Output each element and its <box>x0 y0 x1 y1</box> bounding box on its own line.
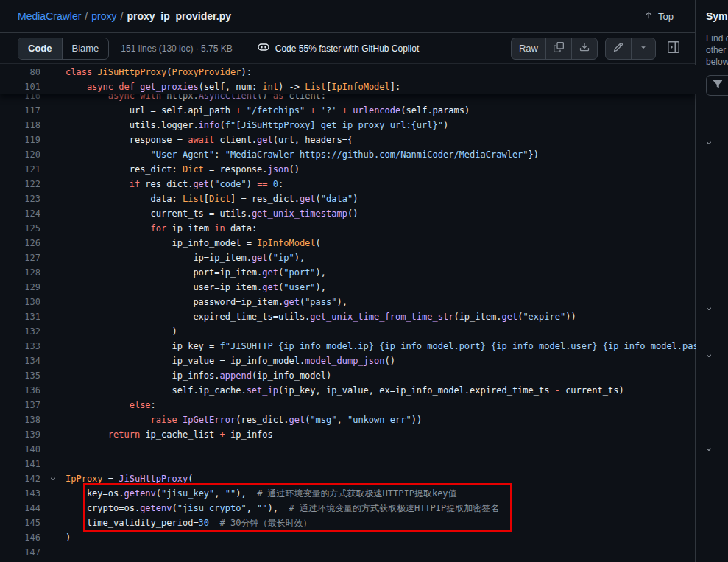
line-number[interactable]: 133 <box>0 339 40 354</box>
tab-code[interactable]: Code <box>18 38 63 59</box>
copy-button[interactable] <box>545 38 571 59</box>
code-line: 142IpProxy = JiSuHttpProxy( <box>0 471 696 486</box>
edit-dropdown-button[interactable] <box>631 38 655 59</box>
line-number[interactable]: 136 <box>0 383 40 398</box>
collapse-spacer <box>40 324 66 339</box>
download-button[interactable] <box>571 38 597 59</box>
collapse-spacer <box>40 516 66 530</box>
collapse-spacer <box>40 80 66 94</box>
symbols-panel-toggle-button[interactable] <box>663 38 684 59</box>
line-number[interactable]: 144 <box>0 501 40 516</box>
collapse-spacer <box>40 486 66 501</box>
code-line: 136self.ip_cache.set_ip(ip_key, ip_value… <box>0 383 696 398</box>
breadcrumb: MediaCrawler/proxy/proxy_ip_provider.py <box>18 10 231 22</box>
collapse-spacer <box>40 65 66 80</box>
line-number[interactable]: 135 <box>0 368 40 383</box>
line-number[interactable]: 131 <box>0 309 40 324</box>
collapse-spacer <box>40 265 66 280</box>
line-number[interactable]: 140 <box>0 442 40 457</box>
toolbar-actions: Raw <box>511 38 684 60</box>
collapse-spacer <box>40 177 66 192</box>
code-text: res_dict: Dict = response.json() <box>66 162 696 177</box>
collapse-spacer <box>40 236 66 250</box>
collapse-spacer <box>40 295 66 309</box>
code-text: ip_value = ip_info_model.model_dump_json… <box>66 354 696 368</box>
symbol-tree-chevron-down-icon[interactable] <box>704 137 713 150</box>
line-number[interactable]: 141 <box>0 457 40 471</box>
code-line: 130password=ip_item.get("pass"), <box>0 295 696 309</box>
collapse-spacer <box>40 383 66 398</box>
breadcrumb-repo-link[interactable]: MediaCrawler <box>18 10 81 22</box>
line-number[interactable]: 123 <box>0 192 40 206</box>
symbol-tree-chevron-down-icon[interactable] <box>704 443 713 457</box>
funnel-icon <box>713 79 723 92</box>
code-text: password=ip_item.get("pass"), <box>66 295 696 309</box>
collapse-spacer <box>40 250 66 265</box>
file-meta: 151 lines (130 loc) · 5.75 KB <box>121 43 232 54</box>
code-line: 126ip_info_model = IpInfoModel( <box>0 236 696 250</box>
line-number[interactable]: 138 <box>0 412 40 427</box>
code-line: 127ip=ip_item.get("ip"), <box>0 250 696 265</box>
code-line: 117url = self.api_path + "/fetchips" + '… <box>0 103 696 118</box>
line-number[interactable]: 118 <box>0 118 40 133</box>
file-toolbar: Code Blame 151 lines (130 loc) · 5.75 KB… <box>0 32 696 64</box>
symbol-tree-chevron-down-icon[interactable] <box>704 350 713 363</box>
collapse-spacer <box>40 339 66 354</box>
code-line: 120"User-Agent": "MediaCrawler https://g… <box>0 147 696 162</box>
code-text: time_validity_period=30 # 30分钟（最长时效） <box>66 516 696 530</box>
line-number[interactable]: 119 <box>0 133 40 147</box>
line-number[interactable]: 134 <box>0 354 40 368</box>
arrow-up-icon <box>643 10 654 23</box>
line-number[interactable]: 80 <box>0 65 40 80</box>
line-number[interactable]: 121 <box>0 162 40 177</box>
collapse-spacer <box>40 427 66 442</box>
code-line: 118utils.logger.info(f"[JiSuHttpProxy] g… <box>0 118 696 133</box>
collapse-spacer <box>40 501 66 516</box>
collapse-spacer <box>40 206 66 221</box>
symbol-tree-chevron-down-icon[interactable] <box>704 303 713 316</box>
symbols-panel-content: Symbols Find definitions and references … <box>696 0 728 96</box>
edit-button[interactable] <box>606 38 631 59</box>
line-number[interactable]: 125 <box>0 221 40 236</box>
breadcrumb-separator: / <box>85 10 88 22</box>
raw-button-group: Raw <box>511 38 598 60</box>
line-number[interactable]: 101 <box>0 80 40 94</box>
line-number[interactable]: 139 <box>0 427 40 442</box>
line-number[interactable]: 145 <box>0 516 40 530</box>
collapse-spacer <box>40 147 66 162</box>
line-number[interactable]: 120 <box>0 147 40 162</box>
code-line: 137else: <box>0 398 696 412</box>
code-text: ) <box>66 530 696 545</box>
back-to-top-button[interactable]: Top <box>643 10 674 23</box>
collapse-spacer <box>40 354 66 368</box>
line-number[interactable]: 126 <box>0 236 40 250</box>
code-text: port=ip_item.get("port"), <box>66 265 696 280</box>
raw-button[interactable]: Raw <box>512 38 545 59</box>
breadcrumb-dir-link[interactable]: proxy <box>91 10 116 22</box>
line-number[interactable]: 142 <box>0 471 40 486</box>
line-number[interactable]: 129 <box>0 280 40 295</box>
line-number[interactable]: 146 <box>0 530 40 545</box>
code-line: 80class JiSuHttpProxy(ProxyProvider): <box>0 65 696 80</box>
code-text <box>66 442 696 457</box>
line-number[interactable]: 124 <box>0 206 40 221</box>
collapse-spacer <box>40 545 66 560</box>
symbols-panel-description-line: below or in the code. <box>706 56 728 68</box>
code-text <box>66 457 696 471</box>
line-number[interactable]: 128 <box>0 265 40 280</box>
line-number[interactable]: 132 <box>0 324 40 339</box>
line-number[interactable]: 143 <box>0 486 40 501</box>
line-number[interactable]: 147 <box>0 545 40 560</box>
line-number[interactable]: 130 <box>0 295 40 309</box>
line-number[interactable]: 127 <box>0 250 40 265</box>
code-line: 138raise IpGetError(res_dict.get("msg", … <box>0 412 696 427</box>
line-number[interactable]: 117 <box>0 103 40 118</box>
tab-blame[interactable]: Blame <box>63 38 109 59</box>
line-number[interactable]: 137 <box>0 398 40 412</box>
symbols-filter-input[interactable] <box>706 75 728 96</box>
line-number[interactable]: 122 <box>0 177 40 192</box>
collapse-chevron-icon[interactable] <box>40 471 66 486</box>
code-text: raise IpGetError(res_dict.get("msg", "un… <box>66 412 696 427</box>
copilot-banner[interactable]: Code 55% faster with GitHub Copilot <box>258 41 419 55</box>
sticky-code-lines: 80class JiSuHttpProxy(ProxyProvider):101… <box>0 65 696 94</box>
